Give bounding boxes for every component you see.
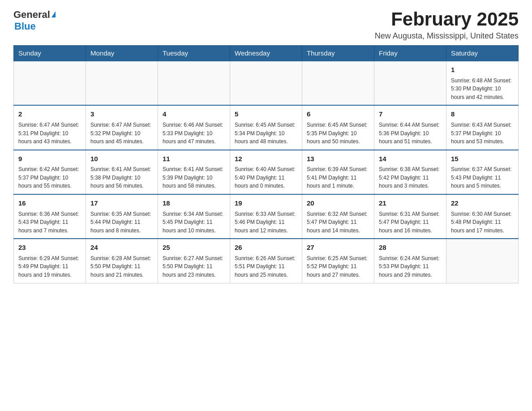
day-info: Sunrise: 6:47 AM Sunset: 5:31 PM Dayligh… bbox=[18, 121, 81, 146]
day-number: 17 bbox=[90, 198, 153, 209]
day-info: Sunrise: 6:30 AM Sunset: 5:48 PM Dayligh… bbox=[451, 210, 514, 235]
calendar-cell: 16Sunrise: 6:36 AM Sunset: 5:43 PM Dayli… bbox=[14, 194, 86, 239]
calendar-cell: 19Sunrise: 6:33 AM Sunset: 5:46 PM Dayli… bbox=[230, 194, 302, 239]
calendar-cell bbox=[86, 61, 158, 105]
calendar-cell: 4Sunrise: 6:46 AM Sunset: 5:33 PM Daylig… bbox=[158, 105, 230, 150]
calendar-cell: 5Sunrise: 6:45 AM Sunset: 5:34 PM Daylig… bbox=[230, 105, 302, 150]
day-number: 1 bbox=[451, 65, 514, 75]
day-number: 28 bbox=[379, 243, 442, 253]
day-number: 2 bbox=[18, 109, 81, 120]
day-number: 19 bbox=[235, 198, 297, 209]
calendar-table: SundayMondayTuesdayWednesdayThursdayFrid… bbox=[13, 45, 519, 283]
day-info: Sunrise: 6:39 AM Sunset: 5:41 PM Dayligh… bbox=[307, 165, 369, 190]
day-number: 5 bbox=[235, 109, 297, 120]
day-info: Sunrise: 6:31 AM Sunset: 5:47 PM Dayligh… bbox=[379, 210, 442, 235]
day-number: 16 bbox=[18, 198, 81, 209]
calendar-cell: 21Sunrise: 6:31 AM Sunset: 5:47 PM Dayli… bbox=[374, 194, 446, 239]
day-info: Sunrise: 6:26 AM Sunset: 5:51 PM Dayligh… bbox=[235, 254, 297, 279]
calendar-cell: 24Sunrise: 6:28 AM Sunset: 5:50 PM Dayli… bbox=[86, 239, 158, 283]
day-number: 15 bbox=[451, 154, 514, 164]
calendar-cell: 15Sunrise: 6:37 AM Sunset: 5:43 PM Dayli… bbox=[446, 150, 519, 194]
day-number: 11 bbox=[163, 154, 225, 164]
day-number: 4 bbox=[163, 109, 225, 120]
day-info: Sunrise: 6:38 AM Sunset: 5:42 PM Dayligh… bbox=[379, 165, 442, 190]
day-info: Sunrise: 6:47 AM Sunset: 5:32 PM Dayligh… bbox=[90, 121, 153, 146]
logo-general-text: General bbox=[13, 9, 50, 21]
logo: General Blue bbox=[13, 9, 56, 32]
day-number: 10 bbox=[90, 154, 153, 164]
calendar-cell: 23Sunrise: 6:29 AM Sunset: 5:49 PM Dayli… bbox=[14, 239, 86, 283]
day-info: Sunrise: 6:33 AM Sunset: 5:46 PM Dayligh… bbox=[235, 210, 297, 235]
day-info: Sunrise: 6:45 AM Sunset: 5:35 PM Dayligh… bbox=[307, 121, 369, 146]
day-number: 8 bbox=[451, 109, 514, 120]
calendar-day-header: Thursday bbox=[302, 46, 374, 61]
day-info: Sunrise: 6:36 AM Sunset: 5:43 PM Dayligh… bbox=[18, 210, 81, 235]
week-row: 23Sunrise: 6:29 AM Sunset: 5:49 PM Dayli… bbox=[14, 239, 519, 283]
day-number: 13 bbox=[307, 154, 369, 164]
calendar-cell: 20Sunrise: 6:32 AM Sunset: 5:47 PM Dayli… bbox=[302, 194, 374, 239]
day-info: Sunrise: 6:29 AM Sunset: 5:49 PM Dayligh… bbox=[18, 254, 81, 279]
calendar-cell: 11Sunrise: 6:41 AM Sunset: 5:39 PM Dayli… bbox=[158, 150, 230, 194]
day-number: 20 bbox=[307, 198, 369, 209]
calendar-cell: 3Sunrise: 6:47 AM Sunset: 5:32 PM Daylig… bbox=[86, 105, 158, 150]
month-title: February 2025 bbox=[375, 9, 519, 30]
week-row: 16Sunrise: 6:36 AM Sunset: 5:43 PM Dayli… bbox=[14, 194, 519, 239]
day-number: 25 bbox=[163, 243, 225, 253]
calendar-cell: 6Sunrise: 6:45 AM Sunset: 5:35 PM Daylig… bbox=[302, 105, 374, 150]
day-info: Sunrise: 6:35 AM Sunset: 5:44 PM Dayligh… bbox=[90, 210, 153, 235]
day-info: Sunrise: 6:25 AM Sunset: 5:52 PM Dayligh… bbox=[307, 254, 369, 279]
calendar-cell bbox=[446, 239, 519, 283]
day-number: 21 bbox=[379, 198, 442, 209]
day-number: 24 bbox=[90, 243, 153, 253]
calendar-cell: 22Sunrise: 6:30 AM Sunset: 5:48 PM Dayli… bbox=[446, 194, 519, 239]
day-info: Sunrise: 6:37 AM Sunset: 5:43 PM Dayligh… bbox=[451, 165, 514, 190]
calendar-cell bbox=[302, 61, 374, 105]
calendar-cell: 12Sunrise: 6:40 AM Sunset: 5:40 PM Dayli… bbox=[230, 150, 302, 194]
day-info: Sunrise: 6:42 AM Sunset: 5:37 PM Dayligh… bbox=[18, 165, 81, 190]
calendar-cell: 14Sunrise: 6:38 AM Sunset: 5:42 PM Dayli… bbox=[374, 150, 446, 194]
day-info: Sunrise: 6:40 AM Sunset: 5:40 PM Dayligh… bbox=[235, 165, 297, 190]
day-number: 7 bbox=[379, 109, 442, 120]
calendar-cell: 17Sunrise: 6:35 AM Sunset: 5:44 PM Dayli… bbox=[86, 194, 158, 239]
day-info: Sunrise: 6:41 AM Sunset: 5:38 PM Dayligh… bbox=[90, 165, 153, 190]
day-number: 14 bbox=[379, 154, 442, 164]
logo-triangle-icon bbox=[51, 11, 56, 17]
calendar-cell: 10Sunrise: 6:41 AM Sunset: 5:38 PM Dayli… bbox=[86, 150, 158, 194]
day-info: Sunrise: 6:34 AM Sunset: 5:45 PM Dayligh… bbox=[163, 210, 225, 235]
calendar-cell bbox=[230, 61, 302, 105]
page-header: General Blue February 2025 New Augusta, … bbox=[13, 9, 519, 41]
day-info: Sunrise: 6:43 AM Sunset: 5:37 PM Dayligh… bbox=[451, 121, 514, 146]
calendar-cell: 2Sunrise: 6:47 AM Sunset: 5:31 PM Daylig… bbox=[14, 105, 86, 150]
calendar-cell bbox=[158, 61, 230, 105]
calendar-cell: 18Sunrise: 6:34 AM Sunset: 5:45 PM Dayli… bbox=[158, 194, 230, 239]
day-number: 9 bbox=[18, 154, 81, 164]
calendar-day-header: Tuesday bbox=[158, 46, 230, 61]
calendar-cell: 26Sunrise: 6:26 AM Sunset: 5:51 PM Dayli… bbox=[230, 239, 302, 283]
logo-blue-text: Blue bbox=[14, 21, 36, 32]
day-info: Sunrise: 6:32 AM Sunset: 5:47 PM Dayligh… bbox=[307, 210, 369, 235]
day-number: 26 bbox=[235, 243, 297, 253]
day-number: 12 bbox=[235, 154, 297, 164]
day-number: 27 bbox=[307, 243, 369, 253]
calendar-cell bbox=[14, 61, 86, 105]
day-info: Sunrise: 6:27 AM Sunset: 5:50 PM Dayligh… bbox=[163, 254, 225, 279]
day-info: Sunrise: 6:45 AM Sunset: 5:34 PM Dayligh… bbox=[235, 121, 297, 146]
calendar-day-header: Saturday bbox=[446, 46, 519, 61]
week-row: 1Sunrise: 6:48 AM Sunset: 5:30 PM Daylig… bbox=[14, 61, 519, 105]
location-title: New Augusta, Mississippi, United States bbox=[375, 31, 519, 41]
day-info: Sunrise: 6:48 AM Sunset: 5:30 PM Dayligh… bbox=[451, 77, 514, 102]
day-number: 22 bbox=[451, 198, 514, 209]
day-number: 23 bbox=[18, 243, 81, 253]
week-row: 9Sunrise: 6:42 AM Sunset: 5:37 PM Daylig… bbox=[14, 150, 519, 194]
calendar-day-header: Sunday bbox=[14, 46, 86, 61]
calendar-cell: 7Sunrise: 6:44 AM Sunset: 5:36 PM Daylig… bbox=[374, 105, 446, 150]
day-info: Sunrise: 6:28 AM Sunset: 5:50 PM Dayligh… bbox=[90, 254, 153, 279]
day-number: 18 bbox=[163, 198, 225, 209]
calendar-cell: 25Sunrise: 6:27 AM Sunset: 5:50 PM Dayli… bbox=[158, 239, 230, 283]
day-info: Sunrise: 6:46 AM Sunset: 5:33 PM Dayligh… bbox=[163, 121, 225, 146]
calendar-cell bbox=[374, 61, 446, 105]
week-row: 2Sunrise: 6:47 AM Sunset: 5:31 PM Daylig… bbox=[14, 105, 519, 150]
day-info: Sunrise: 6:44 AM Sunset: 5:36 PM Dayligh… bbox=[379, 121, 442, 146]
calendar-header-row: SundayMondayTuesdayWednesdayThursdayFrid… bbox=[14, 46, 519, 61]
title-section: February 2025 New Augusta, Mississippi, … bbox=[375, 9, 519, 41]
